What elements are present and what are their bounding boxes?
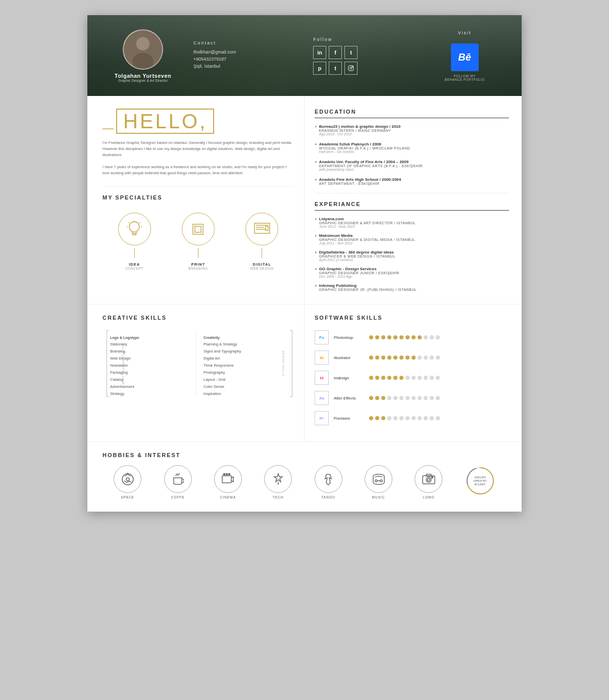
creative-skills-right-list: Creativity Planning & Strategy Signs and… [204, 334, 289, 397]
svg-line-12 [139, 223, 140, 224]
indesign-icon: Id [315, 371, 329, 385]
skills-row: CREATIVE SKILLS WHAT I CAN DO FOR YOU Lo… [87, 304, 522, 441]
dot [412, 416, 416, 420]
dot [399, 376, 403, 380]
dot [424, 376, 428, 380]
language-circle: ENGLISHUPPER INT.W.S.INST. [465, 466, 495, 496]
hobby-cinema: CINEMA [214, 465, 242, 499]
exp-role-2: GRAPHIC DESIGNER & DIGITAL MEDIA / ISTAN… [319, 238, 415, 241]
dot [381, 416, 385, 420]
exp-role-1: GRAPHIC DESIGNER & ART DIRECTOR / ISTANB… [319, 221, 416, 225]
hobby-space: SPACE [114, 465, 141, 499]
dot [424, 356, 428, 360]
skill-creativity: Creativity [204, 334, 289, 340]
behance-icon[interactable]: Bē [451, 43, 479, 71]
what-i-do-section: WHAT I CAN DO FOR YOU Logo & Logotype St… [103, 330, 195, 397]
tech-icon-circle [264, 465, 292, 493]
lomo-icon-circle [415, 465, 442, 493]
cinema-icon-circle [214, 465, 242, 493]
dot [430, 416, 434, 420]
dot [399, 416, 403, 420]
photoshop-icon: Ps [315, 330, 329, 344]
avatar-section: Tolgahan Yurtseven Graphic Designer & Ar… [103, 29, 183, 82]
right-bracket-top [290, 330, 292, 331]
pinterest-icon[interactable]: p [313, 62, 326, 75]
edu-name-2: Akademia Sztuk Pięknych / 2008 [319, 142, 410, 146]
exp-dot-5: ● [315, 283, 317, 288]
edu-sub-3: DEPARTMENT OF GRAPHIC ARTS (B.F.A.) - ES… [319, 164, 423, 168]
left-column: — HELLO, I'm Freelance Graphic Designer … [87, 96, 304, 304]
dot [381, 335, 385, 339]
svg-point-6 [129, 222, 139, 232]
print-sublabel: BRANDING [188, 267, 208, 270]
avatar [123, 29, 163, 70]
exp-role-5: GRAPHIC DESIGNER JR. (PUBLISHING) / ISTA… [319, 288, 417, 291]
tumblr-icon[interactable]: t [329, 62, 342, 75]
svg-point-28 [229, 473, 230, 475]
dot [399, 396, 403, 400]
edu-item-4: ● Anadolu Fine Arts High School / 2000-2… [315, 177, 509, 185]
exp-dot-2: ● [315, 233, 317, 238]
right-bracket-bottom [290, 396, 292, 397]
software-aftereffects: Ae After Effects [315, 391, 509, 405]
hobbies-row: SPACE COFFE [103, 465, 506, 499]
dot [436, 356, 440, 360]
main-content: — HELLO, I'm Freelance Graphic Designer … [87, 96, 522, 304]
software-skills-section: SOFTWARE SKILLS Ps Photoshop [304, 305, 522, 441]
edu-item-1: ● Bureau23 | motion & graphic design / 2… [315, 124, 509, 136]
specialty-idea: IDEA CONCEPT [118, 213, 151, 270]
exp-item-3: ● Digitalfabrika - 360 degree digital id… [315, 250, 509, 262]
premiere-icon: Pr [315, 411, 329, 425]
edu-name-3: Anadolu Uni. Faculty of Fine Arts / 2004… [319, 160, 423, 164]
exp-date-3: April 2011 (3 months) [319, 258, 395, 262]
creative-skills-section: CREATIVE SKILLS WHAT I CAN DO FOR YOU Lo… [87, 305, 304, 441]
dot [418, 356, 422, 360]
hello-title: HELLO, [116, 109, 214, 134]
specialty-line-2 [198, 248, 198, 258]
specialty-line-3 [262, 248, 262, 258]
contact-title: Contact [193, 40, 298, 45]
svg-point-24 [126, 478, 129, 481]
hobby-music: MUSIC [365, 465, 392, 499]
specialties-icons-row: IDEA CONCEPT PRINT BRANDING [103, 213, 294, 270]
follow-title: Follow [313, 37, 418, 42]
dot [393, 376, 397, 380]
skill-inspiration: Inspiration [204, 390, 289, 397]
exp-date-1: June 2013 - Now 2015 [319, 225, 416, 228]
dot [405, 376, 410, 380]
dot [436, 416, 440, 420]
facebook-icon[interactable]: f [329, 46, 342, 59]
linkedin-icon[interactable]: in [313, 46, 326, 59]
exp-dot-3: ● [315, 250, 317, 255]
lomo-label: LOMO [423, 495, 434, 499]
left-bracket-top [107, 330, 109, 331]
svg-rect-25 [222, 476, 231, 483]
instagram-icon[interactable] [344, 62, 358, 75]
contact-section: Contact tholkhan@gmail.com +905432379187… [183, 40, 308, 71]
photoshop-dots [369, 335, 440, 339]
hobby-coffee: COFFE [164, 465, 192, 499]
illustrator-label: Illustrator [334, 356, 369, 360]
dot [369, 396, 373, 400]
dot [405, 335, 410, 339]
space-icon-circle [114, 465, 141, 493]
svg-point-35 [427, 478, 430, 481]
dot [424, 416, 428, 420]
hobby-lomo: LOMO [415, 465, 442, 499]
dash-icon: — [103, 123, 114, 134]
education-section: EDUCATION ● Bureau23 | motion & graphic … [315, 109, 509, 185]
follow-section: Follow in f t p t [308, 37, 423, 75]
twitter-icon[interactable]: t [344, 46, 358, 59]
dot [393, 396, 397, 400]
indesign-label: Indesign [334, 376, 369, 380]
dot [381, 376, 385, 380]
dot [387, 416, 391, 420]
behance-label: FOLLOW MY BEHANCE PORTFOLIO [445, 74, 485, 81]
hobbies-title: HOBBIES & INTEREST [103, 452, 506, 460]
print-label: PRINT [191, 262, 206, 267]
dot [418, 376, 422, 380]
dot [436, 396, 440, 400]
software-premiere: Pr Premiere [315, 411, 509, 425]
aftereffects-dots [369, 396, 440, 400]
skill-logo: Logo & Logotype [110, 334, 195, 340]
